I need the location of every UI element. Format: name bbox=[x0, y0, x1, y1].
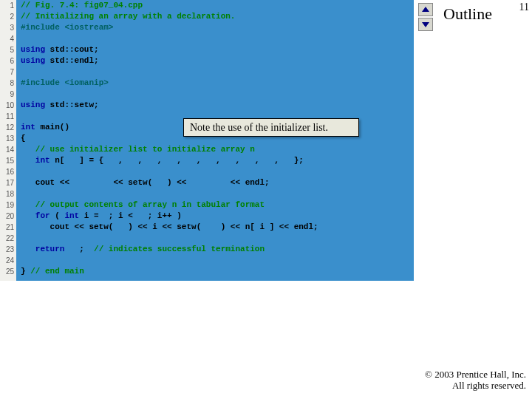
code-line: // Initializing an array with a declarat… bbox=[21, 12, 235, 21]
line-number: 2 bbox=[0, 11, 14, 22]
line-number: 10 bbox=[0, 100, 14, 111]
copyright-line: All rights reserved. bbox=[425, 380, 526, 392]
code-token: std::cout; bbox=[50, 45, 99, 54]
line-number: 5 bbox=[0, 44, 14, 55]
line-number: 6 bbox=[0, 55, 14, 66]
code-lines: // Fig. 7.4: fig07_04.cpp // Initializin… bbox=[21, 0, 318, 277]
page-number: 11 bbox=[519, 1, 529, 13]
code-token: ( bbox=[55, 211, 64, 220]
code-token: #include bbox=[21, 78, 64, 87]
code-token: // indicates successful termination bbox=[94, 245, 265, 253]
line-number: 19 bbox=[0, 200, 14, 211]
line-number: 23 bbox=[0, 244, 14, 255]
code-token: <iostream> bbox=[64, 23, 113, 32]
prev-slide-button[interactable] bbox=[418, 3, 433, 16]
code-token: std::setw; bbox=[50, 100, 99, 109]
line-number: 13 bbox=[0, 133, 14, 144]
line-number: 15 bbox=[0, 155, 14, 166]
line-number: 7 bbox=[0, 66, 14, 78]
code-line: cout << setw( ) << i << setw( ) << n[ i … bbox=[21, 222, 318, 231]
line-number: 18 bbox=[0, 188, 14, 200]
code-line: // output contents of array n in tabular… bbox=[21, 200, 265, 209]
slide-nav bbox=[418, 3, 433, 33]
code-token: using bbox=[21, 100, 50, 109]
line-number: 25 bbox=[0, 266, 14, 277]
code-token: // end main bbox=[30, 267, 84, 276]
code-token: main() bbox=[40, 123, 69, 132]
line-number: 12 bbox=[0, 122, 14, 133]
code-token: ; bbox=[69, 245, 94, 253]
line-number: 11 bbox=[0, 111, 14, 122]
line-number: 4 bbox=[0, 33, 14, 44]
chevron-up-icon bbox=[422, 7, 429, 12]
line-number: 24 bbox=[0, 255, 14, 266]
code-token: return bbox=[21, 245, 69, 253]
line-number-gutter: 1234567891011121314151617181920212223242… bbox=[0, 0, 16, 281]
outline-label: Outline bbox=[443, 4, 492, 24]
code-token: <iomanip> bbox=[64, 78, 108, 87]
code-token: #include bbox=[21, 23, 64, 32]
code-token: int bbox=[21, 123, 40, 132]
next-slide-button[interactable] bbox=[418, 18, 433, 31]
line-number: 9 bbox=[0, 89, 14, 100]
copyright-line: © 2003 Prentice Hall, Inc. bbox=[425, 369, 526, 381]
code-token: for bbox=[21, 211, 55, 220]
line-number: 17 bbox=[0, 177, 14, 188]
code-token: { bbox=[21, 134, 26, 143]
chevron-down-icon bbox=[422, 22, 429, 27]
line-number: 21 bbox=[0, 222, 14, 233]
line-number: 1 bbox=[0, 0, 14, 11]
line-number: 8 bbox=[0, 78, 14, 89]
code-token: int bbox=[21, 156, 55, 165]
code-token: int bbox=[64, 211, 83, 220]
code-token: std::endl; bbox=[50, 56, 99, 65]
code-token: } bbox=[21, 267, 30, 276]
code-line: cout << << setw( ) << << endl; bbox=[21, 178, 270, 187]
code-line: // use initializer list to initialize ar… bbox=[21, 145, 255, 154]
copyright-notice: © 2003 Prentice Hall, Inc. All rights re… bbox=[425, 369, 526, 392]
code-line: // Fig. 7.4: fig07_04.cpp bbox=[21, 1, 143, 10]
line-number: 22 bbox=[0, 233, 14, 244]
code-token: i = ; i < ; i++ ) bbox=[84, 211, 182, 220]
line-number: 3 bbox=[0, 22, 14, 33]
line-number: 20 bbox=[0, 211, 14, 222]
code-token: n[ ] = { , , , , , , , , , }; bbox=[55, 156, 304, 165]
code-token: using bbox=[21, 56, 50, 65]
annotation-callout: Note the use of the initializer list. bbox=[183, 118, 359, 137]
code-token: using bbox=[21, 45, 50, 54]
line-number: 14 bbox=[0, 144, 14, 155]
line-number: 16 bbox=[0, 166, 14, 177]
code-block: 1234567891011121314151617181920212223242… bbox=[0, 0, 414, 281]
